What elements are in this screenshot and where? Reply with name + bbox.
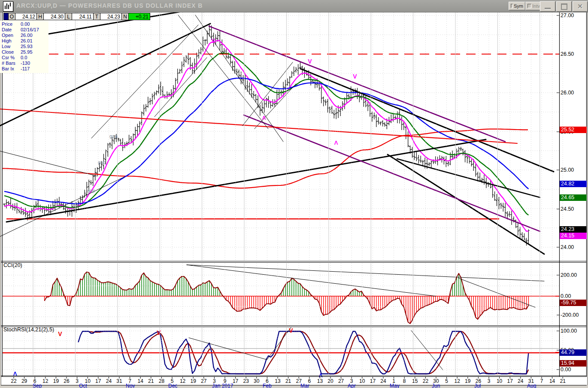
info-row: # Bars-130 — [2, 61, 48, 66]
x-axis-date: 17 — [507, 378, 513, 384]
x-axis-date: 22 — [11, 378, 16, 384]
y-axis-label: 200.00 — [561, 272, 586, 279]
price-panel[interactable] — [0, 25, 530, 246]
x-axis-month: Sep — [33, 383, 42, 388]
x-axis-month: Feb — [263, 383, 272, 388]
x-axis-date: 17 — [370, 378, 376, 384]
x-axis-date: 14 — [138, 378, 143, 384]
trendline[interactable] — [0, 151, 97, 176]
info-row: Low25.93 — [2, 44, 48, 49]
x-axis-date: 29 — [21, 378, 27, 384]
quote-field-value: +0.21 — [129, 13, 150, 20]
chart-app-icon — [3, 1, 13, 12]
x-axis-date: 21 — [285, 378, 291, 384]
y-axis-label: 24.00 — [561, 244, 586, 251]
y-axis-label: 26.50 — [561, 51, 586, 58]
y-axis-label: 0.00 — [561, 293, 586, 300]
peak-marker: V — [353, 73, 357, 80]
maximize-button[interactable] — [556, 1, 572, 12]
trendline[interactable] — [255, 84, 296, 129]
y-axis-label: 25.00 — [561, 167, 586, 173]
fast-ema — [4, 40, 528, 231]
x-axis-date: 28 — [159, 378, 164, 384]
x-axis-month: Apr — [348, 383, 356, 388]
y-axis-label: 24.50 — [561, 206, 586, 212]
x-axis-date: 24 — [518, 378, 523, 384]
trough-marker: Λ — [334, 139, 338, 146]
y-axis-label: 0.00 — [561, 367, 586, 373]
info-row: Close25.95 — [2, 49, 48, 55]
cursor-info-panel: Price0.00Date02/16/17Open26.00High26.01L… — [0, 21, 48, 73]
y-axis-badge: 24.15 — [560, 233, 587, 239]
x-axis-date: 31 — [116, 378, 122, 384]
quote-strip-marker — [3, 13, 9, 20]
peak-marker: V — [308, 58, 312, 65]
trough-marker: Λ — [319, 372, 323, 379]
x-axis-date: 10 — [497, 378, 502, 384]
y-axis-badge: 15.94 — [560, 360, 587, 367]
x-axis-date: 14 — [549, 378, 555, 384]
trendline[interactable] — [6, 139, 486, 222]
ohlc-bars — [3, 25, 530, 246]
stoch-panel-title: StochRSI(14,21(2),5) — [3, 327, 54, 333]
trendline[interactable] — [411, 330, 443, 370]
y-axis-badge: 24.65 — [560, 194, 587, 201]
trendline[interactable] — [0, 177, 124, 236]
x-axis-date: 3 — [488, 378, 491, 384]
x-axis-date: 26 — [64, 378, 69, 384]
x-axis-date: 12 — [180, 378, 185, 384]
symbol-button[interactable]: Sym — [509, 2, 525, 10]
trendline[interactable] — [187, 265, 436, 296]
x-axis-month: Jul — [474, 383, 481, 388]
trendline[interactable] — [187, 265, 544, 281]
gap-label: gap — [87, 188, 95, 193]
x-axis-date: 13 — [317, 378, 323, 384]
y-axis-label: -200.00 — [561, 312, 586, 318]
symbol-button-icon — [511, 4, 513, 8]
quote-field-value: 24.12 — [15, 13, 37, 20]
window-titlebar[interactable]: ARCX:UUP,D — POWERSHARES DB US DOLLAR IN… — [0, 0, 588, 12]
x-axis-date: 8 — [403, 378, 406, 384]
y-axis-badge: 44.79 — [560, 349, 587, 356]
x-axis-month: Jun — [432, 383, 440, 388]
close-button[interactable]: ✕ — [573, 1, 588, 12]
close-icon: ✕ — [577, 3, 583, 10]
x-axis-date: 27 — [338, 378, 344, 384]
cci-positive-hatch — [51, 272, 465, 296]
chart-canvas[interactable]: VVVΛΛVVVΛΛgapgapgap — [0, 0, 588, 388]
trendline[interactable] — [300, 69, 554, 172]
quote-field-label: N — [122, 13, 129, 20]
x-axis-date: 24 — [380, 378, 386, 384]
peak-marker: V — [58, 330, 62, 337]
gap-label: gap — [109, 133, 117, 139]
red-long-ma — [0, 129, 528, 188]
symbol-button-label: Sym — [514, 3, 523, 9]
x-axis-date: 21 — [148, 378, 154, 384]
peak-marker: V — [211, 37, 215, 44]
quote-field-label: O — [9, 13, 15, 20]
peak-marker: V — [289, 327, 293, 334]
minimize-button[interactable] — [540, 1, 555, 12]
x-axis-date: 13 — [275, 378, 280, 384]
minimize-icon — [545, 8, 551, 9]
trendline[interactable] — [0, 109, 517, 143]
x-axis-month: Jan 2017 — [212, 383, 233, 388]
quote-field-value: 24.23 — [100, 13, 122, 20]
y-axis-label: 26.00 — [561, 90, 586, 96]
interval-button-label: Intv — [532, 3, 540, 9]
x-axis-date: 30 — [254, 378, 259, 384]
info-row: High26.01 — [2, 38, 48, 44]
x-axis-date: 20 — [327, 378, 333, 384]
trendline[interactable] — [209, 26, 505, 142]
x-axis-date: 19 — [191, 378, 196, 384]
trendline[interactable] — [397, 159, 540, 197]
x-axis-date: 21 — [560, 378, 566, 384]
x-axis-date: 3 — [76, 378, 79, 384]
trendline[interactable] — [155, 58, 207, 117]
quote-field-label: L — [65, 13, 72, 20]
x-axis-month: Oct — [79, 383, 87, 388]
slow-ema — [4, 78, 528, 204]
charting-app-window: VVVΛΛVVVΛΛgapgapgap O24.12H24.30L24.11T2… — [0, 0, 588, 388]
x-axis-date: 24 — [106, 378, 112, 384]
y-axis-badge: 25.52 — [560, 127, 587, 133]
